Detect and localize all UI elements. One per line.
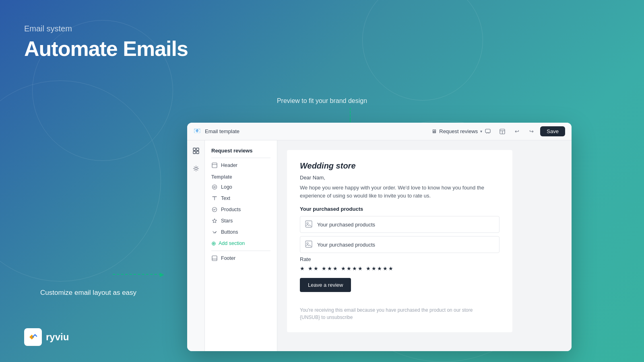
save-button[interactable]: Save xyxy=(540,126,565,136)
star-3a: ★ xyxy=(322,265,326,272)
svg-rect-9 xyxy=(212,163,217,168)
leave-review-button[interactable]: Leave a review xyxy=(300,278,351,292)
rate-section: Rate ★ ★ ★ ★ ★ ★ xyxy=(300,256,500,302)
email-preview: Wedding store Dear Nam, We hope you were… xyxy=(287,150,512,332)
star-1: ★ xyxy=(300,265,305,272)
product-label-1: Your purchased products xyxy=(317,222,375,228)
panel-stars-item[interactable]: Stars xyxy=(205,215,277,226)
svg-rect-4 xyxy=(193,148,196,150)
star-4a: ★ xyxy=(341,265,346,272)
footer-label: Footer xyxy=(221,255,235,261)
logo-area: ryviu xyxy=(24,328,69,346)
template-panel: Request reviews Header Template xyxy=(205,140,277,351)
customize-arrow: ▶ xyxy=(113,271,164,278)
star-5c: ★ xyxy=(377,265,382,272)
star-4d: ★ xyxy=(358,265,363,272)
panel-section-title: Request reviews xyxy=(205,145,277,156)
buttons-item-label: Buttons xyxy=(221,229,238,235)
hero-title: Automate Emails xyxy=(24,37,188,61)
svg-point-12 xyxy=(214,186,215,188)
text-item-label: Text xyxy=(221,195,230,201)
products-section-title: Your purchased products xyxy=(300,206,500,212)
svg-rect-0 xyxy=(485,129,490,133)
title-bar-center: 🖥 Request reviews ▾ xyxy=(431,128,482,134)
star-group-1: ★ xyxy=(300,265,305,272)
sidebar-icons xyxy=(187,140,205,351)
star-5a: ★ xyxy=(366,265,371,272)
footer-item-icon xyxy=(211,255,218,261)
star-2b: ★ xyxy=(314,265,318,272)
email-preview-area: Wedding store Dear Nam, We hope you were… xyxy=(277,140,572,351)
title-bar: 📧 Email template 🖥 Request reviews ▾ xyxy=(187,123,572,140)
header-item-icon xyxy=(211,162,218,169)
email-greeting: Dear Nam, xyxy=(300,175,500,181)
logo-item-label: Logo xyxy=(221,184,232,190)
stars-row: ★ ★ ★ ★ ★ ★ ★ ★ xyxy=(300,265,500,272)
grid-sidebar-icon[interactable] xyxy=(190,145,202,156)
svg-rect-14 xyxy=(212,256,217,261)
panel-logo-item[interactable]: Logo xyxy=(205,181,277,193)
email-body: We hope you were happy with your order. … xyxy=(300,184,500,200)
svg-rect-5 xyxy=(196,148,199,150)
add-icon: ⊕ xyxy=(211,240,216,247)
svg-point-17 xyxy=(307,222,308,224)
stars-item-label: Stars xyxy=(221,218,233,224)
hero-subtitle: Email system xyxy=(24,24,188,33)
star-5e: ★ xyxy=(388,265,393,272)
svg-point-19 xyxy=(307,243,308,244)
star-3c: ★ xyxy=(333,265,338,272)
template-section-label: Template xyxy=(205,171,277,181)
product-image-icon-2 xyxy=(305,241,313,249)
comment-icon[interactable] xyxy=(482,126,493,137)
email-footer: You're receiving this email because you … xyxy=(300,306,500,321)
star-2a: ★ xyxy=(308,265,313,272)
footer-line-2: {UNSUB} to unsubscribe xyxy=(300,314,500,321)
text-item-icon xyxy=(211,195,218,202)
preview-label: Preview to fit your brand design xyxy=(277,97,367,105)
footer-line-1: You're receiving this email because you … xyxy=(300,306,500,314)
main-content: Request reviews Header Template xyxy=(187,140,572,351)
stars-item-icon xyxy=(211,218,218,224)
star-4c: ★ xyxy=(352,265,357,272)
email-icon: 📧 xyxy=(194,128,202,136)
svg-rect-6 xyxy=(193,151,196,154)
panel-products-item[interactable]: Products xyxy=(205,204,277,215)
customize-label: Customize email layout as easy xyxy=(40,288,136,298)
logo-text: ryviu xyxy=(46,331,69,343)
product-item-1: Your purchased products xyxy=(300,216,500,233)
redo-icon[interactable]: ↪ xyxy=(526,126,537,137)
hero-section: Email system Automate Emails xyxy=(24,24,188,61)
panel-text-item[interactable]: Text xyxy=(205,193,277,204)
add-section-button[interactable]: ⊕ Add section xyxy=(205,238,277,249)
panel-footer-item[interactable]: Footer xyxy=(205,253,277,264)
monitor-icon: 🖥 xyxy=(431,128,437,134)
star-group-4: ★ ★ ★ ★ xyxy=(341,265,363,272)
star-5d: ★ xyxy=(383,265,388,272)
panel-buttons-item[interactable]: Buttons xyxy=(205,226,277,238)
header-label: Header xyxy=(221,162,237,168)
star-5b: ★ xyxy=(372,265,376,272)
svg-rect-7 xyxy=(196,151,199,154)
center-label: Request reviews xyxy=(439,128,478,134)
svg-point-8 xyxy=(195,167,197,170)
star-4b: ★ xyxy=(347,265,351,272)
star-group-2: ★ ★ xyxy=(308,265,318,272)
layout-icon[interactable] xyxy=(497,126,508,137)
settings-sidebar-icon[interactable] xyxy=(190,163,202,174)
rate-title: Rate xyxy=(300,256,500,262)
product-label-2: Your purchased products xyxy=(317,242,375,248)
panel-header-item[interactable]: Header xyxy=(205,160,277,171)
buttons-item-icon xyxy=(211,229,218,235)
app-title: Email template xyxy=(205,128,431,134)
add-section-label: Add section xyxy=(219,241,245,246)
product-item-2: Your purchased products xyxy=(300,236,500,253)
svg-point-11 xyxy=(213,185,217,189)
star-3b: ★ xyxy=(327,265,332,272)
app-window: 📧 Email template 🖥 Request reviews ▾ xyxy=(187,123,572,351)
star-group-3: ★ ★ ★ xyxy=(322,265,338,272)
star-group-5: ★ ★ ★ ★ ★ xyxy=(366,265,393,272)
product-image-icon-1 xyxy=(305,220,313,228)
undo-icon[interactable]: ↩ xyxy=(511,126,522,137)
products-item-label: Products xyxy=(221,207,241,212)
logo-icon xyxy=(24,328,42,346)
